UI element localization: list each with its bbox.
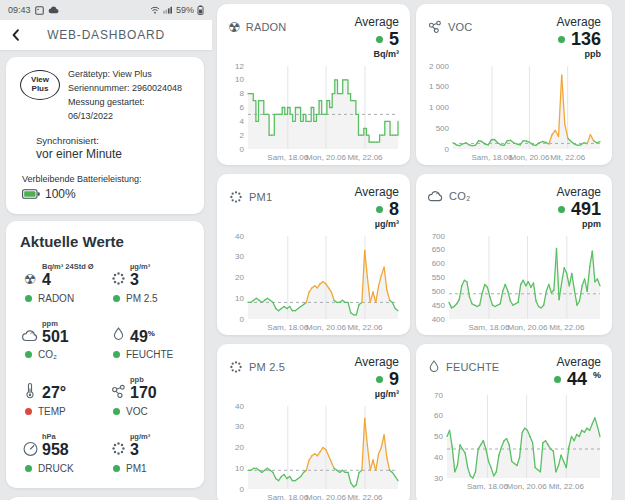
svg-text:10: 10: [235, 75, 244, 84]
svg-text:650: 650: [432, 245, 446, 254]
svg-text:30: 30: [235, 422, 244, 431]
svg-text:Sam, 18.06: Sam, 18.06: [267, 493, 308, 500]
svg-text:30: 30: [434, 474, 443, 483]
voc-chart-card[interactable]: VOC Average 136 ppb Sam, 18.06Mon, 20.06…: [416, 4, 612, 165]
radon-icon: ☢: [20, 271, 40, 287]
svg-text:Mit, 22.06: Mit, 22.06: [550, 153, 586, 162]
metric-pressure: hPa 958 DRUCK: [20, 432, 104, 474]
screenshot-icon: [35, 6, 44, 15]
svg-text:Mit, 22.06: Mit, 22.06: [347, 493, 383, 500]
back-button[interactable]: [0, 27, 32, 43]
radon-chart: Sam, 18.06Mon, 20.06Mit, 22.06024681012: [224, 60, 403, 164]
svg-text:6: 6: [240, 103, 245, 112]
gauge-icon: [20, 440, 40, 457]
average-readout: Average 136 ppb: [557, 15, 601, 59]
metric-voc: ppb 170 VOC: [108, 375, 192, 417]
device-info: Gerätetyp: View Plus Seriennummer: 29600…: [68, 68, 192, 124]
droplet-icon: [427, 359, 441, 375]
pm25-chart: Sam, 18.06Mon, 20.06Mit, 22.06010203040: [224, 400, 403, 500]
svg-text:40: 40: [235, 402, 244, 411]
humidity-chart: Sam, 18.06Mon, 20.06Mit, 22.063040506070: [423, 389, 605, 493]
svg-text:4: 4: [240, 117, 245, 126]
metric-pm25: µg/m³ 3 PM 2.5: [108, 262, 192, 304]
pm1-chart: Sam, 18.06Mon, 20.06Mit, 22.06010203040: [224, 230, 403, 334]
svg-text:8: 8: [240, 89, 245, 98]
svg-text:0: 0: [240, 315, 245, 324]
svg-text:2: 2: [240, 131, 245, 140]
page-title: WEB-DASHBOARD: [32, 28, 180, 42]
svg-text:40: 40: [434, 453, 443, 462]
svg-text:20: 20: [235, 443, 244, 452]
molecule-icon: [108, 383, 128, 400]
app-root: 09:43 59% WEB-DASHBOARD View Plu: [0, 0, 625, 500]
status-dot: [113, 465, 120, 472]
app-panel: 09:43 59% WEB-DASHBOARD View Plu: [0, 0, 212, 500]
radon-icon: ☢: [228, 19, 241, 35]
voc-chart: Sam, 18.06Mon, 20.06Mit, 22.0605001 0001…: [423, 60, 605, 164]
svg-text:600: 600: [432, 259, 446, 268]
chart-column-2: VOC Average 136 ppb Sam, 18.06Mon, 20.06…: [412, 0, 619, 500]
svg-text:30: 30: [235, 252, 244, 261]
humidity-chart-card[interactable]: FEUCHTE Average 44% Sam, 18.06Mon, 20.06…: [416, 344, 612, 500]
average-readout: Average 491 ppm: [557, 185, 601, 229]
svg-text:Sam, 18.06: Sam, 18.06: [267, 153, 308, 162]
status-dot: [558, 36, 565, 43]
svg-text:70: 70: [434, 391, 443, 400]
svg-text:10: 10: [235, 464, 244, 473]
svg-text:700: 700: [432, 232, 446, 241]
status-dot: [25, 465, 32, 472]
pm25-chart-card[interactable]: PM 2.5 Average 9 µg/m³ Sam, 18.06Mon, 20…: [217, 344, 410, 500]
svg-text:400: 400: [432, 315, 446, 324]
molecule-icon: [427, 19, 443, 35]
status-battery-percent: 59%: [176, 5, 194, 15]
svg-text:0: 0: [240, 145, 245, 154]
status-dot: [376, 36, 383, 43]
status-dot: [113, 351, 120, 358]
status-dot: [558, 206, 565, 213]
particles-icon: [228, 189, 244, 205]
svg-text:Mon, 20.06: Mon, 20.06: [306, 493, 347, 500]
average-readout: Average 8 µg/m³: [355, 185, 399, 229]
average-readout: Average 5 Bq/m³: [355, 15, 399, 59]
svg-text:Sam, 18.06: Sam, 18.06: [267, 323, 308, 332]
cell-signal-icon: [163, 6, 173, 14]
co2-chart-card[interactable]: CO₂ Average 491 ppm Sam, 18.06Mon, 20.06…: [416, 174, 612, 335]
chart-column-1: ☢RADON Average 5 Bq/m³ Sam, 18.06Mon, 20…: [212, 0, 412, 500]
svg-text:0: 0: [240, 485, 245, 494]
svg-text:60: 60: [434, 411, 443, 420]
device-type: Gerätetyp: View Plus: [68, 68, 192, 82]
status-time: 09:43: [8, 5, 31, 15]
metric-temp: 27° TEMP: [20, 375, 104, 417]
droplet-icon: [108, 326, 128, 343]
svg-text:2 000: 2 000: [429, 62, 450, 71]
average-readout: Average 9 µg/m³: [355, 355, 399, 399]
particles-icon: [108, 270, 128, 287]
current-values-card: Aktuelle Werte ☢ Bq/m³ 24Std Ø 4 RADON: [6, 221, 204, 488]
status-dot: [376, 206, 383, 213]
svg-text:450: 450: [432, 301, 446, 310]
status-dot: [554, 376, 561, 383]
pm1-chart-card[interactable]: PM1 Average 8 µg/m³ Sam, 18.06Mon, 20.06…: [217, 174, 410, 335]
current-values-title: Aktuelle Werte: [20, 233, 192, 250]
svg-text:500: 500: [432, 287, 446, 296]
metric-radon: ☢ Bq/m³ 24Std Ø 4 RADON: [20, 262, 104, 304]
status-dot: [376, 376, 383, 383]
svg-text:Sam, 18.06: Sam, 18.06: [472, 153, 513, 162]
cloud-icon: [20, 328, 40, 343]
svg-text:Mit, 22.06: Mit, 22.06: [347, 323, 383, 332]
back-chevron-icon: [9, 27, 23, 43]
battery-icon: [22, 189, 40, 199]
particles-icon: [228, 359, 244, 375]
status-dot: [113, 408, 120, 415]
particles-icon: [108, 440, 128, 457]
svg-text:40: 40: [235, 232, 244, 241]
radon-chart-card[interactable]: ☢RADON Average 5 Bq/m³ Sam, 18.06Mon, 20…: [217, 4, 410, 165]
device-battery: Verbleibende Batterieleistung: 100%: [22, 174, 192, 201]
status-battery-icon: [197, 5, 204, 15]
svg-text:12: 12: [235, 62, 244, 71]
thermometer-icon: [20, 382, 40, 400]
metric-humidity: 49% FEUCHTE: [108, 319, 192, 361]
svg-text:Mon, 20.06: Mon, 20.06: [509, 153, 550, 162]
svg-text:1 500: 1 500: [429, 82, 450, 91]
svg-text:1 000: 1 000: [429, 103, 450, 112]
